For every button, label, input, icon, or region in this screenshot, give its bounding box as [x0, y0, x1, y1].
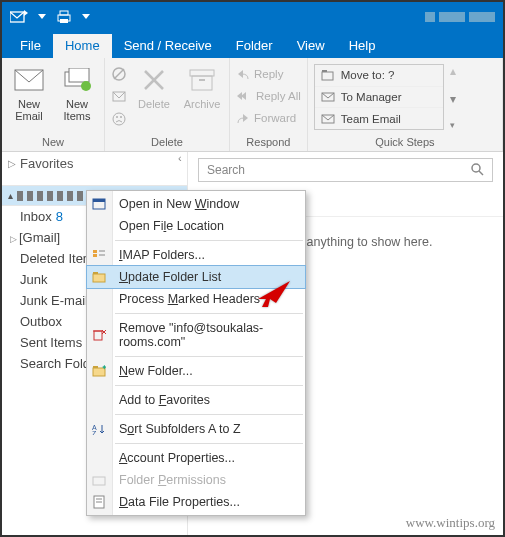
group-label-new: New: [8, 134, 98, 151]
svg-line-24: [479, 171, 483, 175]
permissions-icon: [91, 472, 107, 488]
ribbon-tabs: File Home Send / Receive Folder View Hel…: [2, 32, 503, 58]
window-title-blurred: [425, 12, 495, 22]
manager-icon: [321, 91, 335, 103]
title-bar: [2, 2, 503, 32]
group-quick-steps: Move to: ? To Manager Team Email ▴ ▾ ▾ Q…: [308, 58, 503, 151]
items-icon: [61, 64, 93, 96]
forward-button[interactable]: Forward: [236, 108, 301, 128]
group-label-delete: Delete: [111, 134, 223, 151]
new-items-button[interactable]: New Items: [56, 64, 98, 122]
delete-button[interactable]: Delete: [133, 64, 175, 110]
new-folder-icon: ✦: [91, 363, 107, 379]
remove-icon: [91, 327, 107, 343]
svg-rect-6: [69, 68, 89, 82]
forward-icon: [236, 112, 250, 124]
delete-icon: [138, 64, 170, 96]
reply-icon: [236, 68, 250, 80]
search-icon: [470, 162, 484, 179]
tab-send-receive[interactable]: Send / Receive: [112, 34, 224, 58]
svg-rect-16: [190, 70, 214, 76]
group-new: New Email New Items New: [2, 58, 105, 151]
svg-point-12: [116, 116, 118, 118]
svg-rect-3: [60, 19, 68, 23]
ctx-account-properties[interactable]: Account Properties...: [87, 447, 305, 469]
watermark: www.wintips.org: [406, 515, 495, 531]
new-email-button[interactable]: New Email: [8, 64, 50, 122]
chevron-right-icon: ▷: [8, 158, 16, 169]
window-icon: [91, 196, 107, 212]
tab-home[interactable]: Home: [53, 34, 112, 58]
print-icon[interactable]: [56, 10, 72, 24]
svg-rect-42: [93, 477, 105, 485]
ctx-new-folder[interactable]: ✦New Folder...: [87, 360, 305, 382]
group-label-quicksteps: Quick Steps: [314, 134, 496, 151]
archive-icon: [186, 64, 218, 96]
gallery-more-icon[interactable]: ▾: [450, 120, 455, 130]
ignore-icon[interactable]: [111, 66, 127, 84]
archive-button[interactable]: Archive: [181, 64, 223, 110]
group-label-respond: Respond: [236, 134, 301, 151]
cleanup-icon[interactable]: [111, 90, 127, 106]
tab-file[interactable]: File: [8, 34, 53, 58]
move-icon: [321, 69, 335, 81]
svg-rect-38: [93, 366, 98, 368]
group-delete: Delete Archive Delete: [105, 58, 230, 151]
send-receive-icon[interactable]: [10, 10, 28, 24]
ctx-remove-account[interactable]: Remove "info@tsoukalas-rooms.com": [87, 317, 305, 353]
quick-access-toolbar: [10, 10, 90, 24]
svg-rect-27: [93, 250, 97, 253]
svg-point-13: [120, 116, 122, 118]
svg-rect-33: [94, 331, 102, 340]
svg-text:Z: Z: [92, 430, 97, 435]
folder-refresh-icon: [91, 269, 107, 285]
svg-rect-26: [93, 199, 105, 202]
ctx-open-new-window[interactable]: Open in New Window: [87, 193, 305, 215]
chevron-down-icon: ▴: [8, 190, 13, 201]
reply-all-button[interactable]: Reply All: [236, 86, 301, 106]
ctx-folder-permissions: Folder Permissions: [87, 469, 305, 491]
search-box[interactable]: Search: [198, 158, 493, 182]
svg-rect-28: [93, 254, 97, 257]
svg-point-23: [472, 164, 480, 172]
collapse-nav-icon[interactable]: ‹: [178, 152, 182, 164]
ctx-open-file-location[interactable]: Open File Location: [87, 215, 305, 237]
svg-rect-31: [93, 274, 105, 282]
svg-point-11: [113, 113, 125, 125]
properties-icon: [91, 494, 107, 510]
tab-folder[interactable]: Folder: [224, 34, 285, 58]
gallery-down-icon[interactable]: ▾: [450, 92, 456, 106]
ctx-update-folder-list[interactable]: Update Folder List: [87, 266, 305, 288]
dropdown-icon[interactable]: [82, 14, 90, 20]
reply-button[interactable]: Reply: [236, 64, 301, 84]
team-icon: [321, 113, 335, 125]
ctx-process-marked[interactable]: Process Marked Headers: [87, 288, 305, 310]
svg-rect-2: [60, 11, 68, 15]
ribbon: New Email New Items New Delete: [2, 58, 503, 152]
svg-text:✦: ✦: [101, 365, 106, 372]
dropdown-icon[interactable]: [38, 14, 46, 20]
gallery-up-icon[interactable]: ▴: [450, 64, 456, 78]
ctx-imap-folders[interactable]: IMAP Folders...: [87, 244, 305, 266]
svg-rect-19: [322, 72, 333, 80]
sort-icon: AZ: [91, 421, 107, 437]
svg-rect-32: [93, 272, 98, 274]
svg-rect-20: [322, 70, 327, 72]
group-respond: Reply Reply All Forward Respond: [230, 58, 308, 151]
mail-icon: [13, 64, 45, 96]
folder-list-icon: [91, 247, 107, 263]
svg-rect-17: [192, 76, 212, 90]
tab-help[interactable]: Help: [337, 34, 388, 58]
tab-view[interactable]: View: [285, 34, 337, 58]
ctx-add-favorites[interactable]: Add to Favorites: [87, 389, 305, 411]
svg-point-7: [81, 81, 91, 91]
junk-icon[interactable]: [111, 112, 127, 128]
favorites-header[interactable]: ▷Favorites: [2, 152, 187, 175]
ctx-data-file-properties[interactable]: Data File Properties...: [87, 491, 305, 513]
folder-context-menu: Open in New Window Open File Location IM…: [86, 190, 306, 516]
quick-steps-gallery[interactable]: Move to: ? To Manager Team Email: [314, 64, 444, 130]
svg-line-9: [114, 69, 124, 79]
reply-all-icon: [236, 90, 252, 102]
ctx-sort-subfolders[interactable]: AZSort Subfolders A to Z: [87, 418, 305, 440]
